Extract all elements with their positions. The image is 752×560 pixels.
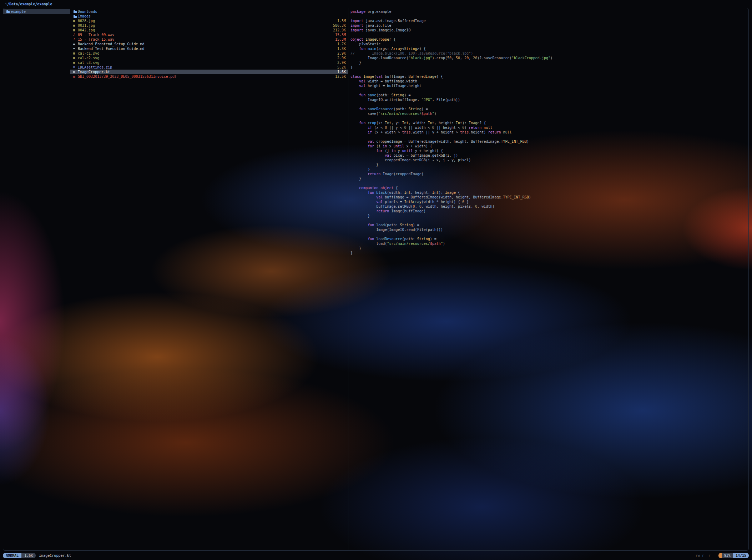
- code-line: [350, 14, 748, 19]
- code-line: val pixels = IntArray(width * height) { …: [350, 200, 748, 204]
- file-size: 1.7K: [334, 42, 346, 46]
- code-line: ImageIO.write(buffImage, "JPG", File(pat…: [350, 97, 748, 102]
- code-line: fun crop(x: Int, y: Int, width: Int, hei…: [350, 121, 748, 125]
- file-row[interactable]: ▥SBI_0032013739_2023_DE05_0003155631Invo…: [70, 74, 348, 79]
- code-line: [350, 70, 748, 74]
- image-icon: ▦: [73, 19, 78, 23]
- image-icon: ▦: [73, 28, 78, 32]
- file-row[interactable]: ▦0031.jpg586.3K: [70, 23, 348, 28]
- file-size: 15.3M: [332, 32, 346, 37]
- code-line: val width = buffImage.width: [350, 79, 748, 84]
- code-line: }: [350, 162, 748, 167]
- folder-icon: [73, 14, 78, 19]
- file-size: 2.9K: [334, 51, 346, 56]
- file-size: 2.9K: [334, 60, 346, 65]
- code-line: }: [350, 246, 748, 251]
- status-bar: NORMAL 1.6K ImageCropper.kt -rw-r--r-- 9…: [3, 553, 749, 558]
- file-size: 1.3M: [334, 19, 346, 23]
- code-line: [350, 116, 748, 121]
- code-line: [350, 218, 748, 223]
- file-size: 586.3K: [330, 23, 346, 28]
- powerline-cap-icon: [718, 553, 722, 558]
- code-line: fun main(args: Array<String>) {: [350, 46, 748, 51]
- file-size: 5.2K: [334, 65, 346, 70]
- file-row[interactable]: ▦0028.jpg1.3M: [70, 19, 348, 23]
- file-name: 09 - Track 09.wav: [78, 32, 114, 37]
- folder-icon: [6, 9, 11, 14]
- file-row[interactable]: ⊠IDEAsettings.zip5.2K: [70, 65, 348, 70]
- folder-icon: [73, 9, 78, 14]
- code-line: croppedImage.setRGB(i - x, j - y, pixel): [350, 158, 748, 162]
- code-line: // Image.black(100, 100).saveResource("b…: [350, 51, 748, 56]
- cursor-position-badge: 14/15: [733, 553, 749, 558]
- code-line: }: [350, 251, 748, 255]
- file-row[interactable]: Downloads: [70, 9, 348, 14]
- image-icon: ▦: [73, 23, 78, 28]
- archive-icon: ⊠: [73, 65, 78, 70]
- file-row[interactable]: ▦cal-c3.svg2.9K: [70, 60, 348, 65]
- markdown-icon: ▬: [73, 42, 78, 46]
- code-line: }: [350, 213, 748, 218]
- file-name: Images: [78, 14, 91, 19]
- file-row[interactable]: ♪09 - Track 09.wav15.3M: [70, 32, 348, 37]
- code-line: val croppedImage = BufferedImage(width, …: [350, 139, 748, 144]
- code-line: @JvmStatic: [350, 42, 748, 46]
- code-line: fun saveResource(path: String) =: [350, 107, 748, 111]
- file-size-badge: 1.6K: [21, 553, 36, 558]
- file-size: 15.3M: [332, 37, 346, 42]
- code-line: import javax.imageio.ImageIO: [350, 28, 748, 32]
- code-line: fun load(path: String) =: [350, 223, 748, 227]
- code-line: save("src/main/resources/$path"): [350, 111, 748, 116]
- file-name: Downloads: [78, 9, 97, 14]
- file-name: IDEAsettings.zip: [78, 65, 112, 70]
- code-line: import java.io.File: [350, 23, 748, 28]
- file-list: DownloadsImages▦0028.jpg1.3M▦0031.jpg586…: [70, 8, 348, 550]
- code-line: fun save(path: String) =: [350, 93, 748, 97]
- image-icon: ▦: [73, 60, 78, 65]
- file-row[interactable]: ♪15 - Track 15.wav15.3M: [70, 37, 348, 42]
- file-name: 0042.jpg: [78, 28, 95, 32]
- image-icon: ▦: [73, 56, 78, 60]
- preview-pane: package org.example import java.awt.imag…: [348, 8, 748, 550]
- file-name: Backend_Test_Execution_Guide.md: [78, 46, 145, 51]
- file-row[interactable]: Images: [70, 14, 348, 19]
- code-line: buffImage.setRGB(0, 0, width, height, pi…: [350, 204, 748, 209]
- file-row[interactable]: ▤ImageCropper.kt1.6K: [70, 70, 348, 74]
- file-name: 15 - Track 15.wav: [78, 37, 114, 42]
- file-name: cal-c3.svg: [78, 60, 99, 65]
- code-line: val height = buffImage.height: [350, 84, 748, 88]
- file-size: 2.9K: [334, 56, 346, 60]
- code-line: return Image(buffImage): [350, 209, 748, 213]
- breadcrumb: ~/Data/example/example: [5, 2, 52, 7]
- code-line: }: [350, 65, 748, 70]
- file-row[interactable]: ▦0042.jpg212.9K: [70, 28, 348, 32]
- file-row[interactable]: ▦cal-c1.svg2.9K: [70, 51, 348, 56]
- parent-dir-item[interactable]: example: [3, 9, 70, 14]
- code-line: [350, 135, 748, 139]
- mode-badge: NORMAL: [3, 553, 21, 558]
- permissions-text: -rw-r--r--: [693, 553, 715, 558]
- code-line: val buffImage = BufferedImage(width, hei…: [350, 195, 748, 200]
- code-line: class Image(val buffImage: BufferedImage…: [350, 74, 748, 79]
- file-row[interactable]: ▬Backend_Test_Execution_Guide.md1.3K: [70, 46, 348, 51]
- audio-icon: ♪: [73, 32, 78, 37]
- file-row[interactable]: ▦cal-c2.svg2.9K: [70, 56, 348, 60]
- yazi-file-manager: ~/Data/example/example example Downloads…: [0, 0, 752, 560]
- pdf-icon: ▥: [73, 74, 78, 79]
- code-line: package org.example: [350, 9, 748, 14]
- file-row[interactable]: ▬Backend_Frontend_Setup_Guide.md1.7K: [70, 42, 348, 46]
- file-name: SBI_0032013739_2023_DE05_0003155631Invoi…: [78, 74, 177, 79]
- panes-container: example DownloadsImages▦0028.jpg1.3M▦003…: [3, 8, 749, 551]
- code-line: }: [350, 167, 748, 172]
- code-line: companion object {: [350, 186, 748, 190]
- file-size: 212.9K: [330, 28, 346, 32]
- code-line: Image(ImageIO.read(File(path))): [350, 227, 748, 232]
- code-line: object ImageCropper {: [350, 37, 748, 42]
- code-line: val pixel = buffImage.getRGB(i, j): [350, 153, 748, 158]
- image-icon: ▦: [73, 51, 78, 56]
- status-file-name: ImageCropper.kt: [39, 553, 71, 558]
- code-line: }: [350, 176, 748, 181]
- code-line: Image.loadResource("black.jpg").crop(50,…: [350, 56, 748, 60]
- audio-icon: ♪: [73, 37, 78, 42]
- code-line: [350, 88, 748, 93]
